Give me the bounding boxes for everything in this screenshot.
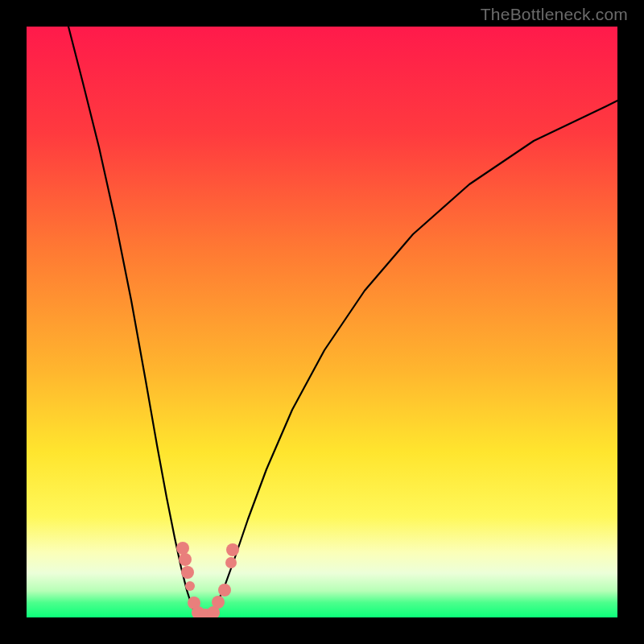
data-marker: [179, 553, 192, 566]
data-marker: [225, 557, 237, 568]
data-marker: [218, 584, 231, 597]
data-marker: [185, 581, 195, 591]
watermark-text: TheBottleneck.com: [481, 5, 628, 24]
bottleneck-chart: [27, 27, 617, 617]
chart-frame: TheBottleneck.com: [0, 0, 644, 644]
data-marker: [181, 566, 194, 579]
plot-area: [27, 27, 617, 617]
data-marker: [176, 542, 189, 555]
data-marker: [212, 596, 225, 609]
data-marker: [226, 543, 239, 556]
gradient-background: [27, 27, 617, 617]
